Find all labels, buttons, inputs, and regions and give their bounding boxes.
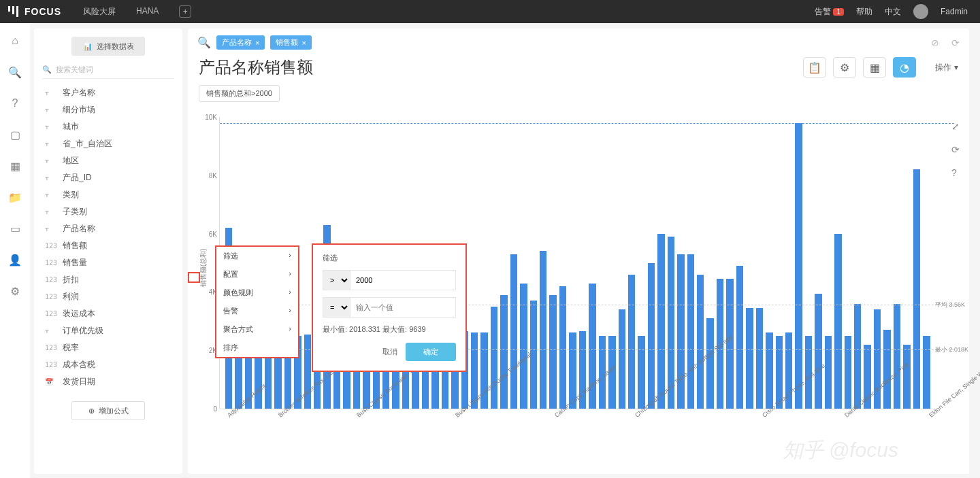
bar[interactable] <box>648 263 655 409</box>
field-item[interactable]: 123税率 <box>34 339 182 356</box>
folder-icon[interactable]: 📁 <box>8 190 22 204</box>
top-tabs: 风险大屏 HANA <box>83 6 159 18</box>
query-search-icon[interactable]: 🔍 <box>197 36 211 49</box>
tab-risk[interactable]: 风险大屏 <box>83 6 116 18</box>
menu-item[interactable]: 聚合方式› <box>216 320 298 339</box>
y-tick: 8K <box>209 171 217 179</box>
type-icon: 123 <box>45 242 56 250</box>
grid-icon[interactable]: ▦ <box>863 57 886 78</box>
menu-item[interactable]: 筛选› <box>216 247 298 265</box>
field-item[interactable]: 123销售量 <box>34 254 182 271</box>
home-icon[interactable]: ⌂ <box>8 34 22 48</box>
refresh-icon[interactable]: ⟳ <box>951 144 960 155</box>
chart-view-icon[interactable]: ◔ <box>893 57 916 78</box>
menu-item[interactable]: 颜色规则› <box>216 284 298 302</box>
expand-icon[interactable]: ⤢ <box>951 121 960 132</box>
field-item[interactable]: ᴛ订单优先级 <box>34 322 182 339</box>
menu-item[interactable]: 排序 <box>216 339 298 357</box>
field-item[interactable]: 123成本含税 <box>34 356 182 373</box>
minmax-label: 最小值: 2018.331 最大值: 9639 <box>323 324 456 335</box>
field-item[interactable]: 📅发货日期 <box>34 373 182 390</box>
gear-icon[interactable]: ⚙ <box>8 284 22 298</box>
field-item[interactable]: ᴛ类别 <box>34 186 182 203</box>
menu-item[interactable]: 告警› <box>216 302 298 320</box>
ok-button[interactable]: 确定 <box>406 343 456 361</box>
context-menu: 筛选›配置›颜色规则›告警›聚合方式›排序 <box>215 245 299 358</box>
menu-label: 颜色规则 <box>223 288 253 298</box>
cancel-button[interactable]: 取消 <box>382 347 397 357</box>
add-tab-button[interactable]: + <box>179 5 191 18</box>
lang-toggle[interactable]: 中文 <box>885 6 901 18</box>
bar[interactable] <box>795 123 802 409</box>
tab-hana[interactable]: HANA <box>136 6 159 18</box>
operator-select-2[interactable]: = <box>323 298 350 317</box>
value-input-1[interactable] <box>350 271 455 290</box>
help-link[interactable]: 帮助 <box>856 6 872 18</box>
type-icon: ᴛ <box>45 106 56 114</box>
dashboard-icon[interactable]: ▢ <box>8 128 22 141</box>
add-formula-button[interactable]: ⊕ 增加公式 <box>71 401 145 420</box>
type-icon: ᴛ <box>45 208 56 216</box>
select-ds-label: 选择数据表 <box>97 41 134 52</box>
logo: FOCUS <box>0 6 69 17</box>
search-icon[interactable]: 🔍 <box>8 65 22 79</box>
field-item[interactable]: 123利润 <box>34 288 182 305</box>
ops-dropdown[interactable]: 操作▾ <box>935 62 958 73</box>
bookmark-icon[interactable]: ▭ <box>8 222 22 235</box>
filter-chip[interactable]: 销售额的总和>2000 <box>199 85 280 102</box>
plus-icon: ⊕ <box>88 407 95 415</box>
pill-product[interactable]: 产品名称× <box>216 35 265 50</box>
type-icon: ᴛ <box>45 157 56 165</box>
close-icon[interactable]: × <box>301 39 306 47</box>
field-item[interactable]: ᴛ产品_ID <box>34 169 182 186</box>
table-icon[interactable]: ▦ <box>8 159 22 173</box>
user-icon[interactable]: 👤 <box>8 253 22 267</box>
close-icon[interactable]: × <box>255 39 259 47</box>
x-labels: Adjustable HeightBrother Wireless Fax, L… <box>223 413 931 478</box>
menu-label: 筛选 <box>223 251 238 261</box>
chevron-right-icon: › <box>289 306 291 316</box>
operator-select-1[interactable]: > <box>323 271 350 290</box>
value-input-2[interactable] <box>350 298 455 317</box>
field-label: 折扣 <box>63 274 79 286</box>
field-search[interactable]: 🔍 搜索关键词 <box>42 61 174 79</box>
field-list: ᴛ客户名称ᴛ细分市场ᴛ城市ᴛ省_市_自治区ᴛ地区ᴛ产品_IDᴛ类别ᴛ子类别ᴛ产品… <box>34 84 182 390</box>
y-tick: 0 <box>213 405 217 413</box>
page-title: 产品名称销售额 <box>199 56 313 78</box>
add-formula-label: 增加公式 <box>99 406 129 416</box>
help-icon[interactable]: ? <box>951 167 960 178</box>
select-datasource-button[interactable]: 📊 选择数据表 <box>71 37 145 56</box>
field-item[interactable]: ᴛ细分市场 <box>34 101 182 118</box>
menu-item[interactable]: 配置› <box>216 265 298 284</box>
gear-icon[interactable]: ⚙ <box>833 57 856 78</box>
field-label: 细分市场 <box>63 104 95 116</box>
chart-icon: 📊 <box>83 42 93 51</box>
avatar[interactable] <box>913 4 928 19</box>
field-item[interactable]: ᴛ产品名称 <box>34 220 182 237</box>
chevron-down-icon: ▾ <box>954 63 958 72</box>
field-label: 订单优先级 <box>63 325 103 337</box>
alert-link[interactable]: 告警 1 <box>815 6 844 18</box>
filter-popup: 筛选 > = 最小值: 2018.331 最大值: 9639 取消 确定 <box>312 243 467 372</box>
pill-sales[interactable]: 销售额× <box>270 35 311 50</box>
field-item[interactable]: ᴛ省_市_自治区 <box>34 135 182 152</box>
left-rail: ⌂ 🔍 ? ▢ ▦ 📁 ▭ 👤 ⚙ <box>0 23 30 478</box>
clipboard-icon[interactable]: 📋 <box>803 57 826 78</box>
type-icon: ᴛ <box>45 225 56 233</box>
bar[interactable] <box>657 234 664 409</box>
field-item[interactable]: ᴛ客户名称 <box>34 84 182 101</box>
field-item[interactable]: 123销售额 <box>34 237 182 254</box>
field-item[interactable]: 123折扣 <box>34 271 182 288</box>
field-item[interactable]: ᴛ子类别 <box>34 203 182 220</box>
field-item[interactable]: ᴛ城市 <box>34 118 182 135</box>
field-item[interactable]: 123装运成本 <box>34 305 182 322</box>
refresh-icon[interactable]: ⟳ <box>951 37 960 48</box>
logo-text: FOCUS <box>24 6 61 17</box>
bar[interactable] <box>854 304 861 409</box>
field-item[interactable]: ᴛ地区 <box>34 152 182 169</box>
type-icon: ᴛ <box>45 174 56 182</box>
clear-icon[interactable]: ⊘ <box>931 37 939 48</box>
type-icon: ᴛ <box>45 191 56 199</box>
help-icon[interactable]: ? <box>8 97 22 110</box>
chart-side-icons: ⤢ ⟳ ? <box>951 121 960 178</box>
